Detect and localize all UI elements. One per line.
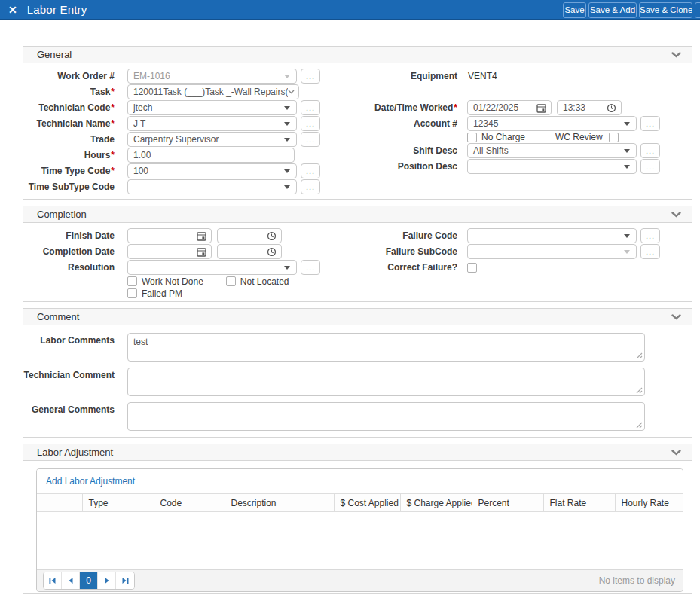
equipment-value: VENT4 — [467, 71, 497, 81]
completion-checkbox-row-2: Failed PM — [23, 288, 362, 299]
failure-subcode-field: Failure SubCode ... — [362, 244, 692, 259]
task-select[interactable]: 120011Task (___)Task _-Wall Repairs(Carp… — [127, 84, 299, 99]
column-header-flat-rate[interactable]: Flat Rate — [543, 494, 615, 512]
finish-time-input[interactable] — [218, 230, 261, 241]
no-charge-label: No Charge — [481, 132, 525, 142]
not-located-checkbox[interactable] — [226, 276, 236, 286]
section-general-title: General — [37, 49, 72, 60]
chevron-down-icon[interactable] — [278, 117, 296, 130]
chevron-down-icon[interactable] — [618, 117, 636, 130]
work-not-done-checkbox[interactable] — [127, 276, 137, 286]
position-desc-select[interactable] — [467, 159, 637, 174]
chevron-down-icon[interactable] — [278, 69, 296, 83]
time-worked-input[interactable] — [558, 102, 601, 113]
resolution-lookup-button[interactable]: ... — [301, 260, 320, 275]
hours-label: Hours* — [23, 150, 127, 160]
column-header-hourly-rate[interactable]: Hourly Rate — [615, 494, 683, 512]
clock-icon[interactable] — [261, 245, 281, 258]
hours-input[interactable] — [127, 148, 295, 163]
shift-desc-select[interactable]: All Shifts — [467, 143, 637, 158]
technician-code-select[interactable]: jtech — [127, 100, 297, 115]
work-order-lookup-button[interactable]: ... — [301, 69, 320, 84]
date-time-worked-field: Date/Time Worked* — [362, 100, 692, 115]
time-subtype-code-select[interactable] — [127, 179, 297, 194]
trade-lookup-button[interactable]: ... — [301, 132, 320, 147]
save-and-add-button[interactable]: Save & Add — [588, 2, 637, 18]
general-comments-textarea[interactable] — [127, 402, 645, 431]
failure-code-select[interactable] — [467, 228, 637, 243]
pager-previous-button[interactable] — [62, 572, 80, 590]
account-select[interactable]: 12345 — [467, 116, 637, 131]
column-header-type[interactable]: Type — [82, 494, 154, 512]
failure-subcode-lookup-button[interactable]: ... — [640, 244, 660, 259]
failure-code-lookup-button[interactable]: ... — [640, 228, 660, 243]
task-field: Task* 120011Task (___)Task _-Wall Repair… — [23, 84, 362, 99]
failure-subcode-select[interactable] — [467, 244, 637, 259]
section-completion: Completion Finish Date — [23, 206, 692, 302]
chevron-down-icon[interactable] — [278, 261, 296, 274]
pager-current-page[interactable]: 0 — [80, 572, 98, 590]
chevron-down-icon[interactable] — [618, 144, 636, 157]
technician-code-lookup-button[interactable]: ... — [301, 100, 320, 115]
column-header-description[interactable]: Description — [225, 494, 334, 512]
technician-comment-textarea[interactable] — [127, 368, 645, 396]
table-empty-body — [37, 512, 683, 569]
correct-failure-field: Correct Failure? — [362, 260, 692, 275]
add-labor-adjustment-link[interactable]: Add Labor Adjustment — [46, 476, 135, 487]
calendar-icon[interactable] — [531, 101, 551, 114]
chevron-down-icon[interactable] — [278, 180, 296, 194]
close-icon[interactable]: ✕ — [8, 5, 17, 15]
chevron-down-icon[interactable] — [278, 101, 296, 114]
chevron-down-icon[interactable] — [618, 245, 636, 258]
pager-next-button[interactable] — [98, 572, 116, 590]
clock-icon[interactable] — [261, 229, 281, 243]
time-type-code-lookup-button[interactable]: ... — [301, 163, 320, 178]
resolution-select[interactable] — [127, 260, 297, 275]
calendar-icon[interactable] — [191, 245, 211, 258]
position-desc-label: Position Desc — [362, 161, 467, 172]
cancel-button[interactable]: Cancel — [695, 2, 700, 18]
page-title: Labor Entry — [27, 3, 87, 16]
failed-pm-checkbox[interactable] — [127, 288, 137, 298]
time-subtype-code-label: Time SubType Code — [23, 182, 127, 192]
technician-name-select[interactable]: J T — [127, 116, 297, 131]
column-header-cost-applied[interactable]: $ Cost Applied — [334, 494, 400, 512]
chevron-down-icon[interactable] — [278, 164, 296, 178]
calendar-icon[interactable] — [191, 229, 211, 243]
collapse-completion-button[interactable] — [671, 209, 681, 220]
time-type-code-select[interactable]: 100 — [127, 163, 297, 178]
shift-desc-lookup-button[interactable]: ... — [640, 143, 660, 158]
time-subtype-code-lookup-button[interactable]: ... — [301, 179, 320, 194]
wc-review-checkbox[interactable] — [609, 133, 619, 142]
chevron-down-icon[interactable] — [618, 160, 636, 173]
collapse-comment-button[interactable] — [671, 312, 681, 322]
collapse-labor-adjustment-button[interactable] — [671, 447, 681, 458]
completion-date-input[interactable] — [128, 246, 191, 257]
column-header-code[interactable]: Code — [154, 494, 225, 512]
account-lookup-button[interactable]: ... — [640, 116, 660, 131]
account-field: Account # 12345 ... — [362, 116, 692, 131]
pager-last-button[interactable] — [116, 572, 134, 590]
chevron-down-icon[interactable] — [618, 229, 636, 243]
finish-date-input[interactable] — [128, 230, 191, 241]
save-and-clone-button[interactable]: Save & Clone — [639, 2, 692, 18]
table-header-row: Type Code Description $ Cost Applied $ C… — [37, 494, 683, 512]
correct-failure-checkbox[interactable] — [467, 263, 477, 273]
save-button[interactable]: Save — [563, 2, 586, 18]
work-order-select[interactable]: EM-1016 — [127, 69, 297, 84]
pager-first-button[interactable] — [44, 572, 62, 590]
date-worked-input[interactable] — [468, 102, 531, 113]
no-charge-checkbox[interactable] — [467, 133, 477, 142]
chevron-down-icon[interactable] — [278, 133, 296, 146]
section-labor-adjustment: Labor Adjustment Add Labor Adjustment Ty… — [23, 444, 692, 594]
completion-time-input[interactable] — [218, 246, 261, 257]
clock-icon[interactable] — [601, 101, 621, 114]
technician-name-lookup-button[interactable]: ... — [301, 116, 320, 131]
labor-comments-textarea[interactable]: test — [127, 333, 645, 362]
trade-select[interactable]: Carpentry Supervisor — [127, 132, 297, 147]
position-desc-lookup-button[interactable]: ... — [640, 159, 660, 174]
column-header-percent[interactable]: Percent — [472, 494, 543, 512]
column-header-empty[interactable] — [37, 494, 82, 512]
collapse-general-button[interactable] — [671, 50, 681, 60]
column-header-charge-applied[interactable]: $ Charge Applied — [400, 494, 472, 512]
